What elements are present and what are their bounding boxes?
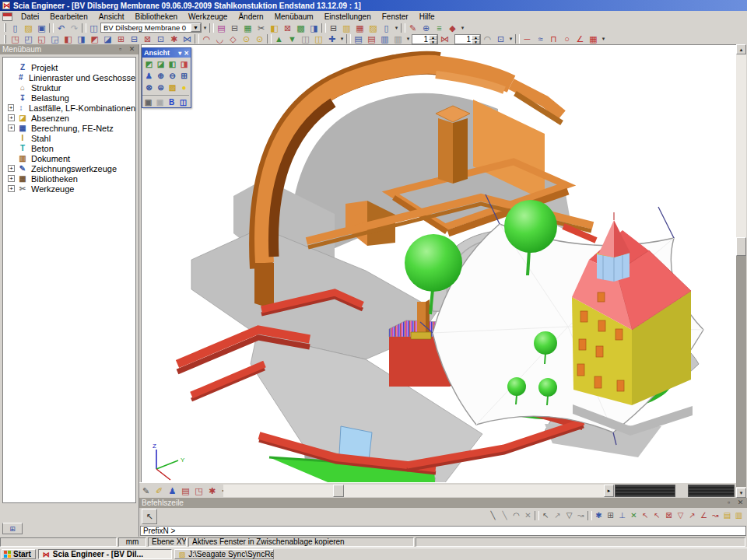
new-window-button[interactable]: ◫ <box>87 23 100 33</box>
camera-view-button[interactable]: ▣ <box>142 96 154 108</box>
picture-button[interactable]: ▦ <box>241 23 254 33</box>
render-solid-button[interactable]: ✐ <box>153 485 166 497</box>
save-project-button[interactable]: ▣ <box>35 23 48 33</box>
spin-down-icon[interactable]: ▼ <box>429 40 437 44</box>
text-label-button[interactable]: ✱ <box>205 485 219 497</box>
scroll-down-icon[interactable]: ▾ <box>736 488 746 498</box>
print-more-icon[interactable]: ▾ <box>393 23 400 33</box>
select-arrow-button[interactable]: ↖ <box>540 509 552 522</box>
text-cursor-button[interactable]: ◆ <box>446 23 459 33</box>
viewport-horizontal-scrollbar[interactable] <box>223 485 604 497</box>
member-down-button[interactable]: ▼ <box>286 33 299 44</box>
window-mode-button[interactable]: ◫ <box>177 96 189 108</box>
document-button[interactable]: ▯ <box>380 23 393 33</box>
dim-circle-button[interactable]: ○ <box>560 33 573 44</box>
snap-cross-button[interactable]: ✕ <box>628 509 640 522</box>
scale-spinner[interactable]: 1 ▲▼ <box>412 34 438 44</box>
render-wire-button[interactable]: ✎ <box>139 485 153 497</box>
toolbar-grip-2[interactable] <box>4 35 6 44</box>
vertical-scroll-thumb[interactable] <box>736 237 746 256</box>
stretch-button[interactable]: ◨ <box>75 33 88 44</box>
image-button[interactable]: ▩ <box>294 23 307 33</box>
menu-datei[interactable]: Datei <box>16 11 44 22</box>
close-icon[interactable]: ✕ <box>184 50 189 57</box>
snap-point-button[interactable]: ✱ <box>593 509 605 522</box>
levels-button[interactable]: ≡ <box>433 23 446 33</box>
zoom-document-button[interactable]: ⊕ <box>419 23 433 33</box>
status-units[interactable]: mm <box>118 537 146 547</box>
dot-grid-button[interactable]: ▤ <box>721 509 733 522</box>
connect-button[interactable]: ⋈ <box>181 33 194 44</box>
menu-bibliotheken[interactable]: Bibliotheken <box>130 11 183 22</box>
tree-item-belastung[interactable]: ↧Belastung <box>8 93 135 103</box>
start-button[interactable]: Start <box>2 549 36 559</box>
nodes-pair2-button[interactable]: ⊙ <box>253 33 266 44</box>
scale-entity-button[interactable]: ◧ <box>61 33 75 44</box>
command-input[interactable]: PrefixN > <box>140 526 746 536</box>
redo-button[interactable]: ↷ <box>68 23 81 33</box>
zoom-all-button[interactable]: ⊛ <box>143 82 155 93</box>
view-axo-1-button[interactable]: ◩ <box>143 58 155 70</box>
menu-fenster[interactable]: Fenster <box>377 11 414 22</box>
camera-view-2-button[interactable]: ▣ <box>154 96 166 108</box>
dim-angle-button[interactable]: ∠ <box>573 33 587 44</box>
zoom-window-button[interactable]: ⊞ <box>178 70 190 82</box>
view-palette[interactable]: Ansicht ▾ ✕ ◩◪◧◨♟⊕⊖⊞⊛⊜▨● ▣▣B◫ <box>142 47 191 108</box>
tree-item-bibliotheken[interactable]: +▦Bibliotheken <box>8 173 135 184</box>
tree-item-linienraster-und-geschosse[interactable]: #Linienraster und Geschosse <box>8 72 135 82</box>
view-axo-3-button[interactable]: ◧ <box>167 58 178 70</box>
dot-grid-2-button[interactable]: ▥ <box>733 509 745 522</box>
tree-item-stahl[interactable]: IStahl <box>8 133 135 143</box>
menu-einstellungen[interactable]: Einstellungen <box>319 11 377 22</box>
select-cursor-button[interactable]: ↖ <box>142 509 157 524</box>
tree-item-berechnung-fe-netz[interactable]: +▦Berechnung, FE-Netz <box>8 123 135 133</box>
project-combobox[interactable]: BV Dilsberg Membrane 0 ▼ <box>100 23 202 33</box>
cut-3d-button[interactable]: ✂ <box>254 23 268 33</box>
cursor-snap-6-button[interactable]: ∠ <box>698 509 710 522</box>
member-copy-button[interactable]: ◫ <box>299 33 312 44</box>
tree-item-projekt[interactable]: ZProjekt <box>8 62 135 72</box>
layer-a-button[interactable]: ▤ <box>352 33 365 44</box>
break-button[interactable]: ⊠ <box>141 33 154 44</box>
member-rot-button[interactable]: ✚ <box>325 33 338 44</box>
export-folder-button[interactable]: ▨ <box>366 23 380 33</box>
select-add-button[interactable]: ↗ <box>552 509 563 522</box>
clip-plane-button[interactable]: ◠ <box>481 33 494 44</box>
view-axo-4-button[interactable]: ◨ <box>178 58 190 70</box>
print-preview-button[interactable]: ▥ <box>340 23 353 33</box>
view-palette-header[interactable]: Ansicht ▾ ✕ <box>142 48 191 58</box>
cursor-snap-7-button[interactable]: ↝ <box>710 509 721 522</box>
layer-more-icon[interactable]: ▾ <box>405 33 412 44</box>
nodes-pair-button[interactable]: ⊙ <box>240 33 253 44</box>
undo-button[interactable]: ↶ <box>54 23 68 33</box>
expand-plus-icon[interactable]: + <box>8 175 15 182</box>
spin-down-icon[interactable]: ▼ <box>472 40 480 44</box>
view-axo-2-button[interactable]: ◪ <box>155 58 167 70</box>
snap-line-button[interactable]: ╲ <box>487 509 499 522</box>
member-up-button[interactable]: ▲ <box>272 33 286 44</box>
offset-button[interactable]: ⊟ <box>128 33 141 44</box>
scroll-up-icon[interactable]: ▴ <box>736 44 746 54</box>
scroll-right-icon[interactable]: ▸ <box>604 485 614 497</box>
cursor-snap-2-button[interactable]: ↖ <box>651 509 663 522</box>
expand-plus-icon[interactable]: + <box>8 114 15 121</box>
open-project-button[interactable]: ▨ <box>22 23 35 33</box>
cursor-snap-4-button[interactable]: ▽ <box>675 509 686 522</box>
tools-more-icon[interactable]: ▾ <box>459 23 466 33</box>
rotate-entity-button[interactable]: ◱ <box>35 33 48 44</box>
chevron-down-icon[interactable]: ▾ <box>178 50 181 57</box>
cursor-snap-5-button[interactable]: ↗ <box>686 509 698 522</box>
combo-more-icon[interactable]: ▾ <box>202 23 209 33</box>
snap-grid-button[interactable]: ⊞ <box>605 509 616 522</box>
snap-line-mid-button[interactable]: ╲ <box>499 509 510 522</box>
menu-ndern[interactable]: Ändern <box>233 11 268 22</box>
pin-icon[interactable]: ▫ <box>724 499 733 507</box>
flag-label-button[interactable]: ◳ <box>192 485 205 497</box>
close-icon[interactable]: ✕ <box>736 499 745 507</box>
status-plane[interactable]: Ebene XY <box>148 537 187 547</box>
sidebar-tab[interactable]: ⊞ <box>2 523 23 534</box>
layer-c-button[interactable]: ▥ <box>378 33 391 44</box>
move-entity-button[interactable]: ◰ <box>22 33 35 44</box>
tree-item-zeichnungswerkzeuge[interactable]: +✎Zeichnungswerkzeuge <box>8 163 135 173</box>
section-view-button[interactable]: ⊡ <box>494 33 507 44</box>
